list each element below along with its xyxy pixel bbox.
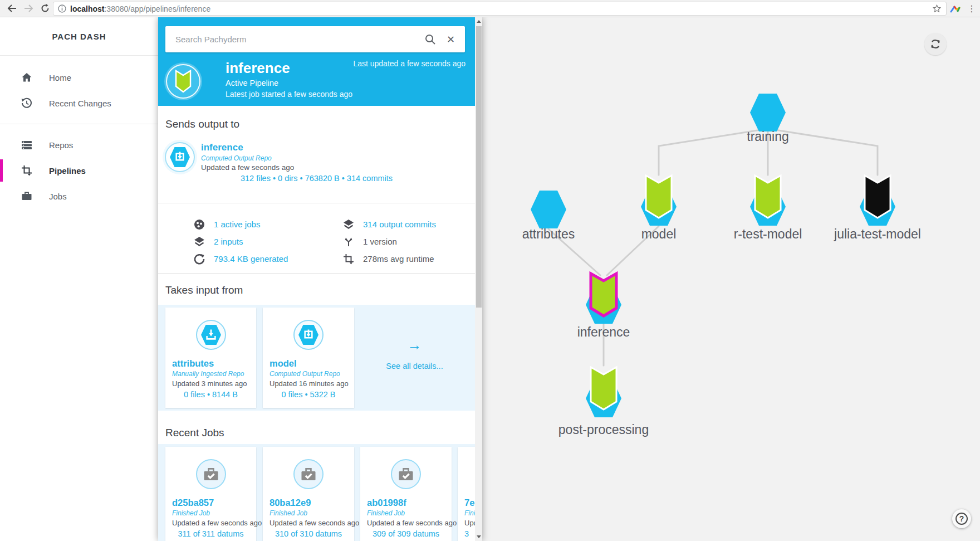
stat-label[interactable]: 793.4 KB generated — [214, 254, 288, 264]
stat-label[interactable]: 2 inputs — [214, 237, 243, 246]
stat-label: 1 version — [363, 237, 397, 246]
url-host: localhost — [70, 4, 104, 13]
job-id[interactable]: ab01998f — [367, 498, 406, 508]
jobs-band: d25ba857 Finished Job Updated a few seco… — [158, 444, 475, 541]
stat-versions: 1 version — [343, 233, 475, 250]
dag-node-attributes[interactable]: attributes — [522, 191, 575, 241]
dag-refresh-button[interactable] — [924, 33, 947, 55]
repos-icon — [21, 139, 33, 151]
dag-node-label: attributes — [522, 227, 575, 241]
sidebar-item-label: Pipelines — [49, 166, 86, 176]
takes-input-heading: Takes input from — [165, 284, 243, 296]
pipeline-status: Latest job started a few seconds ago — [226, 90, 352, 99]
scrollbar-up-arrow[interactable] — [477, 20, 481, 23]
ingested-repo-icon — [200, 324, 222, 345]
inputs-band: attributes Manually Ingested Repo Update… — [158, 305, 475, 411]
pipeline-header: ✕ inference Active Pipeline Latest job s… — [158, 17, 475, 106]
back-arrow-icon — [7, 4, 17, 12]
repo-avatar — [293, 320, 324, 350]
sidebar-item-label: Jobs — [49, 192, 67, 201]
sidebar-item-pipelines[interactable]: Pipelines — [0, 158, 158, 183]
dag-node-model[interactable]: model — [641, 176, 677, 241]
stat-output-commits[interactable]: 314 output commits — [343, 216, 475, 233]
pipeline-stats: 1 active jobs 314 output commits 2 input… — [194, 216, 475, 267]
input-repo-stats[interactable]: 0 files • 5322 B — [263, 390, 354, 399]
search-box[interactable]: ✕ — [165, 26, 465, 52]
job-datums[interactable]: 310 of 310 datums — [263, 529, 354, 538]
input-repo-name[interactable]: attributes — [172, 358, 214, 369]
see-all-details-link[interactable]: → See all details... — [361, 308, 468, 408]
search-input[interactable] — [175, 35, 425, 44]
arrow-right-icon: → — [361, 337, 468, 354]
sidebar-item-home[interactable]: Home — [0, 65, 158, 90]
browser-forward-button[interactable] — [20, 1, 37, 16]
job-avatar — [293, 459, 324, 489]
sends-output-heading: Sends output to — [165, 118, 239, 130]
job-type: Finished Job — [367, 509, 405, 517]
dag-node-label: r-test-model — [734, 227, 802, 241]
url-bar[interactable]: localhost:38080/app/pipelines/inference — [53, 2, 947, 16]
job-id[interactable]: 7e — [464, 498, 474, 508]
dag-node-inference[interactable]: inference — [577, 274, 630, 339]
divider — [158, 203, 475, 203]
job-type: Finished Job — [172, 509, 210, 517]
help-button[interactable]: ? — [952, 509, 971, 528]
extension-icon[interactable] — [950, 4, 961, 13]
output-repo-name[interactable]: inference — [201, 142, 243, 153]
job-card[interactable]: 80ba12e9 Finished Job Updated a few seco… — [263, 447, 354, 541]
input-repo-type: Manually Ingested Repo — [172, 370, 244, 378]
pipeline-title: inference — [226, 60, 290, 77]
input-card-model[interactable]: model Computed Output Repo Updated 16 mi… — [263, 308, 354, 408]
job-id[interactable]: 80ba12e9 — [270, 498, 311, 508]
finished-job-icon — [300, 466, 317, 482]
dag-node-label: post-processing — [558, 422, 649, 437]
job-card-clipped[interactable]: 7e Fini Upd 3 — [458, 447, 475, 541]
dag-node-post-processing[interactable]: post-processing — [558, 367, 649, 437]
last-updated-label: Last updated a few seconds ago — [353, 59, 465, 68]
close-icon[interactable]: ✕ — [447, 33, 455, 46]
job-datums[interactable]: 311 of 311 datums — [165, 529, 256, 538]
stat-inputs[interactable]: 2 inputs — [194, 233, 343, 250]
dag-node-r-test-model[interactable]: r-test-model — [734, 176, 802, 241]
branch-icon — [343, 236, 354, 247]
dag-node-label: julia-test-model — [834, 227, 921, 241]
search-icon[interactable] — [425, 34, 435, 45]
dag-node-training[interactable]: training — [747, 94, 788, 144]
job-datums[interactable]: 309 of 309 datums — [360, 529, 452, 538]
sidebar-item-recent-changes[interactable]: Recent Changes — [0, 90, 158, 116]
job-card[interactable]: ab01998f Finished Job Updated a few seco… — [360, 447, 452, 541]
input-repo-name[interactable]: model — [270, 358, 297, 369]
output-repo-avatar[interactable] — [165, 142, 195, 172]
browser-refresh-button[interactable] — [37, 1, 53, 16]
bookmark-star-icon[interactable] — [932, 4, 942, 13]
job-id[interactable]: d25ba857 — [172, 498, 214, 508]
job-datums[interactable]: 3 — [464, 529, 475, 538]
history-icon — [21, 97, 33, 109]
job-updated: Updated a few seconds ago — [367, 519, 457, 527]
stat-label[interactable]: 1 active jobs — [214, 220, 260, 229]
panel-scrollbar[interactable] — [475, 17, 482, 541]
output-repo-stats[interactable]: 312 files • 0 dirs • 763820 B • 314 comm… — [158, 174, 475, 183]
stat-active-jobs[interactable]: 1 active jobs — [194, 216, 343, 233]
sidebar-divider — [0, 124, 158, 124]
browser-menu-icon[interactable]: ⋮ — [967, 3, 977, 14]
stat-generated[interactable]: 793.4 KB generated — [194, 250, 343, 267]
computed-repo-icon — [298, 324, 319, 345]
scrollbar-down-arrow[interactable] — [477, 535, 481, 538]
input-repo-updated: Updated 16 minutes ago — [270, 379, 349, 388]
stat-avg-runtime: 278ms avg runtime — [343, 250, 475, 267]
sync-icon — [929, 38, 942, 50]
jobs-circle-icon — [194, 219, 205, 230]
browser-back-button[interactable] — [3, 1, 20, 16]
finished-job-icon — [398, 466, 414, 482]
input-repo-stats[interactable]: 0 files • 8144 B — [165, 390, 256, 399]
dag-node-julia-test-model[interactable]: julia-test-model — [834, 176, 921, 241]
stat-label[interactable]: 314 output commits — [363, 220, 436, 229]
job-card[interactable]: d25ba857 Finished Job Updated a few seco… — [165, 447, 256, 541]
sidebar-item-repos[interactable]: Repos — [0, 132, 158, 158]
input-card-attributes[interactable]: attributes Manually Ingested Repo Update… — [165, 308, 256, 408]
sidebar-item-jobs[interactable]: Jobs — [0, 183, 158, 209]
page-info-icon[interactable] — [58, 4, 66, 13]
scrollbar-thumb[interactable] — [476, 26, 482, 308]
job-updated: Upd — [464, 519, 475, 527]
